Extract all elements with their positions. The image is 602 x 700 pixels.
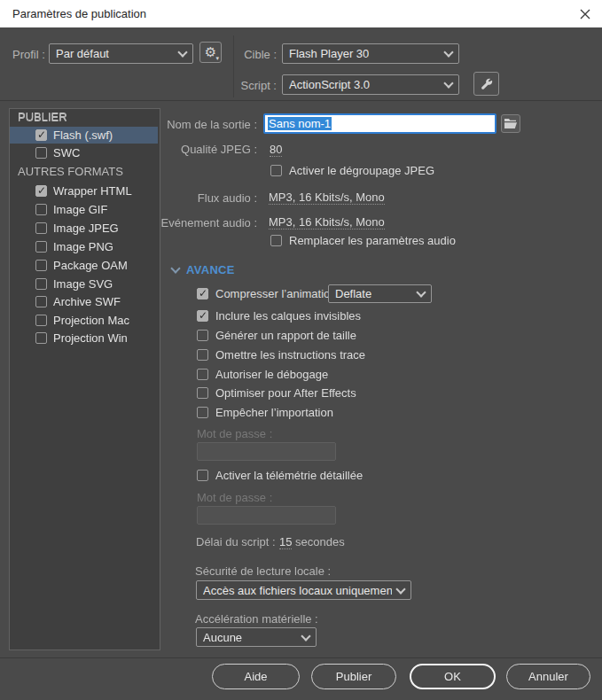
include-hidden-layers-checkbox[interactable]	[197, 310, 208, 322]
checkbox-wrapper-html[interactable]	[35, 185, 47, 197]
telemetry-checkbox[interactable]	[197, 470, 208, 481]
hw-accel-value: Aucune	[203, 631, 242, 644]
profil-dropdown-value: Par défaut	[56, 47, 109, 60]
cible-dropdown[interactable]: Flash Player 30	[282, 43, 459, 64]
browse-output-button[interactable]	[501, 114, 520, 133]
checkbox-flash-swf[interactable]	[35, 129, 47, 141]
sidebar-item-projection-mac[interactable]: Projection Mac	[10, 312, 158, 329]
sidebar-item-label: Wrapper HTML	[53, 184, 132, 198]
hw-accel-dropdown[interactable]: Aucune	[196, 627, 317, 647]
sidebar-item-projection-win[interactable]: Projection Win	[10, 330, 158, 346]
cible-label: Cible :	[231, 48, 277, 61]
stream-audio-value[interactable]: MP3, 16 Kbits/s, Mono	[269, 191, 385, 205]
jpeg-quality-label: Qualité JPEG :	[133, 143, 257, 156]
event-audio-label: Evénement audio :	[133, 216, 257, 229]
telemetry-row: Activer la télémétrie détaillée	[197, 469, 363, 482]
script-delay-label: Délai du script :	[196, 535, 276, 548]
checkbox-image-jpeg[interactable]	[35, 222, 47, 234]
protect-import-label: Empêcher l’importation	[215, 406, 333, 419]
advanced-section-label: AVANCE	[186, 263, 235, 276]
optimize-ae-label: Optimiser pour After Effects	[215, 386, 356, 400]
checkbox-image-svg[interactable]	[35, 278, 47, 290]
cancel-button[interactable]: Annuler	[506, 664, 590, 689]
sidebar-item-image-svg[interactable]: Image SVG	[10, 276, 158, 292]
publish-button[interactable]: Publier	[311, 664, 396, 689]
protect-import-row: Empêcher l’importation	[197, 406, 333, 419]
chevron-down-icon	[177, 47, 187, 57]
sidebar-item-archive-swf[interactable]: Archive SWF	[10, 293, 158, 310]
optimize-ae-checkbox[interactable]	[197, 387, 208, 399]
compress-label: Compresser l’animation	[215, 287, 337, 300]
include-hidden-layers-label: Inclure les calques invisibles	[215, 309, 361, 323]
include-hidden-layers-row: Inclure les calques invisibles	[197, 309, 361, 323]
checkbox-swc[interactable]	[35, 147, 47, 159]
sidebar-item-image-png[interactable]: Image PNG	[10, 238, 158, 255]
omit-trace-label: Omettre les instructions trace	[215, 348, 365, 362]
script-dropdown-value: ActionScript 3.0	[289, 78, 370, 91]
omit-trace-row: Omettre les instructions trace	[197, 348, 365, 362]
sidebar-item-label: Package OAM	[53, 259, 128, 272]
hw-accel-label: Accélération matérielle :	[195, 612, 318, 626]
jpeg-quality-value[interactable]: 80	[270, 143, 282, 157]
password2-label: Mot de passe :	[197, 491, 272, 504]
profil-dropdown[interactable]: Par défaut	[49, 43, 193, 64]
allow-debug-checkbox[interactable]	[197, 369, 208, 380]
ok-button[interactable]: OK	[410, 664, 496, 689]
advanced-section-toggle[interactable]: AVANCE	[172, 263, 235, 276]
script-settings-button[interactable]	[473, 72, 499, 96]
size-report-checkbox[interactable]	[197, 330, 208, 341]
sidebar-item-label: Image PNG	[53, 240, 113, 253]
jpeg-deblocking-checkbox[interactable]	[270, 165, 282, 176]
output-name-input[interactable]: Sans nom-1	[263, 113, 496, 134]
help-button[interactable]: Aide	[212, 664, 300, 689]
sidebar-item-label: Image SVG	[53, 277, 113, 291]
sidebar-item-label: Flash (.swf)	[53, 128, 113, 142]
footer-separator	[0, 657, 602, 658]
compress-method-dropdown[interactable]: Deflate	[328, 284, 432, 303]
local-security-dropdown[interactable]: Accès aux fichiers locaux uniquement	[196, 580, 411, 600]
script-label: Script :	[231, 79, 277, 92]
jpeg-deblocking-row: Activer le dégroupage JPEG	[270, 164, 434, 177]
checkbox-image-gif[interactable]	[35, 204, 47, 215]
close-icon	[580, 9, 590, 19]
dialog-title: Paramètres de publication	[12, 0, 146, 27]
omit-trace-checkbox[interactable]	[197, 349, 208, 361]
titlebar: Paramètres de publication	[0, 0, 602, 27]
checkbox-projection-mac[interactable]	[35, 315, 47, 326]
other-formats-section-header: AUTRES FORMATS	[18, 165, 123, 178]
wrench-icon	[480, 77, 493, 90]
gear-icon: ⚙	[205, 46, 216, 59]
chevron-down-icon	[416, 287, 426, 297]
script-delay-value[interactable]: 15	[279, 535, 292, 549]
compress-method-value: Deflate	[335, 287, 371, 300]
compress-checkbox[interactable]	[197, 288, 208, 299]
output-name-value: Sans nom-1	[268, 117, 332, 130]
protect-import-checkbox[interactable]	[197, 407, 208, 418]
stream-audio-label: Flux audio :	[133, 191, 257, 205]
event-audio-value[interactable]: MP3, 16 Kbits/s, Mono	[269, 215, 385, 229]
chevron-down-icon	[443, 78, 453, 88]
override-audio-checkbox[interactable]	[270, 235, 282, 246]
sidebar-item-label: Archive SWF	[53, 295, 121, 308]
sidebar-item-package-oam[interactable]: Package OAM	[10, 257, 158, 274]
checkbox-image-png[interactable]	[35, 241, 47, 253]
script-delay-unit: secondes	[295, 535, 345, 548]
script-dropdown[interactable]: ActionScript 3.0	[282, 74, 459, 95]
publish-settings-dialog: Paramètres de publication Profil : Par d…	[0, 0, 602, 700]
profil-label: Profil :	[12, 48, 45, 61]
compress-row: Compresser l’animation	[197, 287, 337, 300]
checkbox-archive-swf[interactable]	[35, 296, 47, 307]
size-report-row: Générer un rapport de taille	[197, 329, 356, 342]
profil-options-button[interactable]: ⚙ ▾	[199, 42, 222, 63]
password2-input	[197, 506, 336, 525]
caret-down-icon: ▾	[215, 55, 219, 61]
checkbox-projection-win[interactable]	[35, 332, 47, 344]
chevron-down-icon	[301, 631, 310, 641]
cible-dropdown-value: Flash Player 30	[289, 47, 369, 60]
checkbox-package-oam[interactable]	[35, 260, 47, 271]
output-name-label: Nom de la sortie :	[133, 118, 257, 131]
close-button[interactable]	[577, 6, 593, 22]
password1-label: Mot de passe :	[197, 427, 272, 440]
allow-debug-row: Autoriser le débogage	[197, 368, 328, 381]
chevron-down-icon	[395, 584, 405, 594]
